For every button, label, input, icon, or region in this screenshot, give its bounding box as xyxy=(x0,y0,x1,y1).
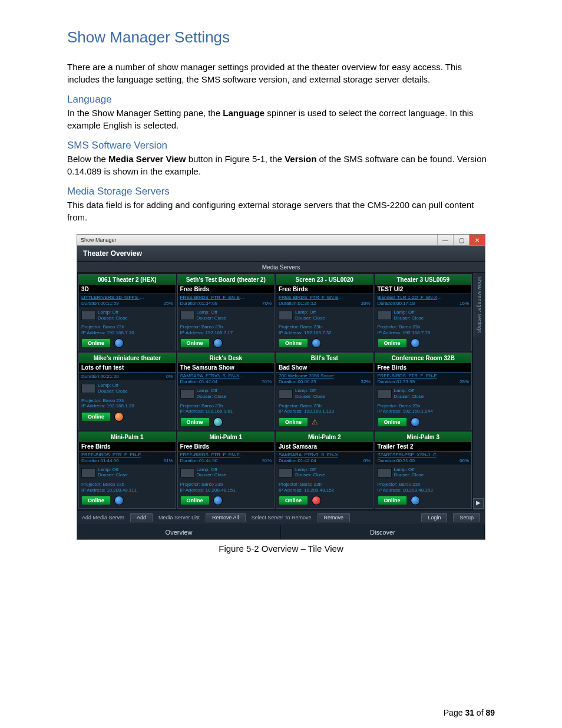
card-status: Online xyxy=(276,337,373,351)
projector-icon xyxy=(279,468,293,477)
card-status: Online xyxy=(276,494,373,508)
online-badge: Online xyxy=(378,417,407,427)
text-bold: 89 xyxy=(485,708,495,717)
figure-caption: Figure 5-2 Overview – Tile View xyxy=(67,543,495,554)
projector-icon xyxy=(378,389,392,398)
server-card[interactable]: Mini-Palm 2Just SamsaraSAMSARA_FTRv3_S_E… xyxy=(276,431,373,509)
server-card[interactable]: Mini-Palm 1Free BirdsFREE-BIRDS_FTR_F_EN… xyxy=(177,431,275,509)
projector-icon xyxy=(180,468,194,477)
card-duration: Duration:00:21:200% xyxy=(79,374,176,380)
card-status: Online xyxy=(178,416,275,430)
setup-button[interactable]: Setup xyxy=(453,513,480,522)
window-close-button[interactable]: ✕ xyxy=(469,235,485,245)
card-title: Just Samsara xyxy=(276,442,373,452)
card-address: Projector: Barco 23bIP Address: 10.208.4… xyxy=(178,480,275,494)
header-bar: Theater Overview xyxy=(77,246,485,262)
projector-icon xyxy=(180,389,194,398)
tab-overview[interactable]: Overview xyxy=(77,525,281,539)
side-tab-settings[interactable]: Show Manager Settings xyxy=(473,273,482,337)
server-card[interactable]: Rick's DeskThe Samsura ShowSAMSARA_FTRv3… xyxy=(177,353,275,430)
card-address: Projector: Barco 23bIP Address: 192.168.… xyxy=(375,402,472,416)
card-status: Online xyxy=(375,416,472,430)
card-address: Projector: Barco 23bIP Address: 192.168.… xyxy=(276,323,373,337)
remove-all-button[interactable]: Remove All xyxy=(206,513,246,522)
status-disc-icon xyxy=(114,496,124,505)
server-grid: 0061 Theater 2 (HEX)3DLITTLERIVERS-3D-48… xyxy=(77,273,473,510)
card-title: Free Birds xyxy=(178,285,275,294)
bottom-toolbar: Add Media Server Add Media Server List R… xyxy=(77,510,485,525)
heading-media: Media Storage Servers xyxy=(67,186,495,197)
server-card[interactable]: Mike's miniature theaterLots of fun test… xyxy=(78,353,176,430)
card-asset: SAMSARA_FTRv3_S_EN-XX_RU_71_4K... xyxy=(178,373,275,379)
server-card[interactable]: 0061 Theater 2 (HEX)3DLITTLERIVERS-3D-48… xyxy=(78,274,176,351)
status-disc-icon xyxy=(213,417,223,427)
card-asset: FREE-BIRDS_FTR_F_EN-EN-CCAP_OV_5... xyxy=(178,294,275,301)
online-badge: Online xyxy=(279,338,308,348)
server-card[interactable]: Screen 23 - USL0020Free BirdsFREE-BIRDS_… xyxy=(276,274,373,351)
text: button in Figure 5-1, the xyxy=(186,154,285,164)
heading-main: Show Manager Settings xyxy=(67,28,495,47)
heading-sms: SMS Software Version xyxy=(67,140,495,151)
card-address: Projector: Barco 23bIP Address: 10.208.4… xyxy=(276,480,373,494)
card-duration: Duration:01:34:0870% xyxy=(178,301,275,307)
para-intro: There are a number of show manager setti… xyxy=(67,61,495,85)
card-status: Online xyxy=(79,494,176,508)
projector-icon xyxy=(81,468,95,477)
projector-icon xyxy=(81,384,95,393)
card-duration: Duration:00:17:1816% xyxy=(375,301,472,307)
card-duration: Duration:01:42:0451% xyxy=(178,379,275,386)
card-header: Mini-Palm 1 xyxy=(79,432,176,442)
text-bold: Version xyxy=(285,154,316,164)
server-card[interactable]: Seth's Test Board (theater 2)Free BirdsF… xyxy=(177,274,275,351)
label-server-list: Media Server List xyxy=(158,515,200,521)
card-address: Projector: Barco 23bIP Address: 10.208.4… xyxy=(79,480,176,494)
online-badge: Online xyxy=(180,417,210,427)
window-min-button[interactable]: — xyxy=(437,235,453,245)
add-button[interactable]: Add xyxy=(130,513,153,522)
scroll-right-button[interactable]: ▶ xyxy=(473,498,484,509)
card-meta: Lamp: OffDouser: Close xyxy=(79,465,176,480)
tab-discover[interactable]: Discover xyxy=(281,525,485,539)
card-meta: Lamp: OffDouser: Close xyxy=(375,465,472,480)
login-button[interactable]: Login xyxy=(421,513,447,522)
heading-language: Language xyxy=(67,94,495,106)
status-disc-icon xyxy=(114,338,124,348)
label-add-server: Add Media Server xyxy=(82,515,124,521)
status-disc-icon xyxy=(312,496,321,505)
card-status: Online xyxy=(79,337,176,351)
card-header: Conference Room 32B xyxy=(375,353,472,363)
text-bold: Language xyxy=(223,108,265,118)
card-asset: 700 Welcome 7050 Scope xyxy=(276,373,373,379)
card-title: Free Birds xyxy=(375,363,472,373)
online-badge: Online xyxy=(279,496,308,505)
card-header: Mini-Palm 1 xyxy=(178,432,275,442)
card-duration: Duration:01:44:5091% xyxy=(178,458,275,465)
window-titlebar: Show Manager — ▢ ✕ xyxy=(77,235,485,246)
server-card[interactable]: Bill's TestBad Show700 Welcome 7050 Scop… xyxy=(276,353,373,430)
card-meta: Lamp: OffDouser: Close xyxy=(276,386,373,401)
card-duration: Duration:00:31:0566% xyxy=(375,458,472,465)
online-badge: Online xyxy=(81,412,111,421)
card-title: 3D xyxy=(79,285,176,294)
label-select-remove: Select Server To Remove xyxy=(252,515,312,521)
remove-button[interactable]: Remove xyxy=(318,513,351,522)
text: Page xyxy=(444,708,465,717)
status-disc-icon xyxy=(312,338,321,348)
card-header: Mini-Palm 2 xyxy=(276,432,373,442)
section-label: Media Servers xyxy=(77,262,485,273)
card-address: Projector: Barco 23bIP Address: 192.168.… xyxy=(178,323,275,337)
window-max-button[interactable]: ▢ xyxy=(453,235,469,245)
server-card[interactable]: Mini-Palm 3Trailer Test 2STARTSFRI-PSP_X… xyxy=(375,431,472,509)
card-meta: Lamp: OffDouser: Close xyxy=(79,307,176,323)
server-card[interactable]: Mini-Palm 1Free BirdsFREE-BIRDS_FTR_F_EN… xyxy=(78,431,176,509)
card-title: Free Birds xyxy=(178,442,275,452)
server-card[interactable]: Conference Room 32BFree BirdsFREE-BIRDS_… xyxy=(375,353,472,430)
status-disc-icon xyxy=(411,496,420,505)
text: In the Show Manager Setting pane, the xyxy=(67,108,223,118)
server-card[interactable]: Theater 3 USL0059TEST UI2Blended_TLR-1-2… xyxy=(375,274,472,351)
status-disc-icon xyxy=(213,496,223,505)
para-language: In the Show Manager Setting pane, the La… xyxy=(67,107,495,131)
card-meta: Lamp: OffDouser: Close xyxy=(375,307,472,323)
card-duration: Duration:00:11:5925% xyxy=(79,301,176,307)
card-address: Projector: Barco 23bIP Address: 192.168.… xyxy=(79,397,176,410)
